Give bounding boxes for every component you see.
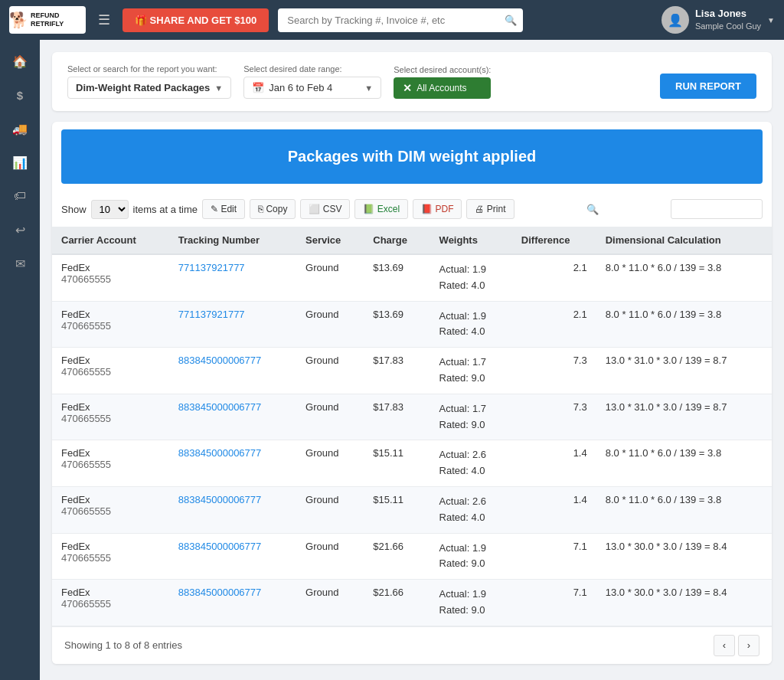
- table-footer: Showing 1 to 8 of 8 entries ‹ ›: [52, 626, 772, 664]
- col-header-charge: Charge: [364, 227, 430, 254]
- user-name: Lisa Jones: [695, 8, 761, 21]
- sidebar: 🏠 $ 🚚 📊 🏷 ↩ ✉: [0, 40, 40, 680]
- table-search-input[interactable]: [671, 199, 763, 219]
- cell-carrier: FedEx470665555: [52, 580, 169, 626]
- prev-page-button[interactable]: ‹: [714, 635, 735, 656]
- cell-dim-calc: 13.0 * 31.0 * 3.0 / 139 = 8.7: [596, 348, 772, 394]
- cell-charge: $17.83: [364, 394, 430, 440]
- report-filter-label: Select or search for the report you want…: [67, 64, 231, 74]
- next-page-button[interactable]: ›: [738, 635, 760, 656]
- calendar-icon: 📅: [252, 82, 264, 93]
- cell-service: Ground: [296, 394, 364, 440]
- cell-carrier: FedEx470665555: [52, 533, 169, 580]
- run-report-button[interactable]: RUN REPORT: [660, 74, 756, 99]
- table-row: FedEx470665555 883845000006777 Ground $1…: [52, 486, 772, 533]
- sidebar-item-tag[interactable]: 🏷: [6, 182, 34, 210]
- date-select[interactable]: 📅 Jan 6 to Feb 4 ▼: [243, 77, 381, 99]
- user-info: Lisa Jones Sample Cool Guy: [695, 8, 761, 31]
- tracking-link[interactable]: 883845000006777: [178, 541, 261, 552]
- tracking-link[interactable]: 883845000006777: [178, 447, 261, 459]
- cell-weights: Actual: 1.9Rated: 4.0: [430, 254, 512, 301]
- cell-difference: 7.3: [512, 394, 596, 440]
- cell-tracking: 771137921777: [169, 254, 296, 301]
- table-search-icon: 🔍: [586, 204, 599, 215]
- cell-tracking: 883845000006777: [169, 533, 296, 580]
- report-select[interactable]: Dim-Weight Rated Packages ▼: [67, 77, 231, 99]
- pdf-button[interactable]: 📕 PDF: [413, 199, 462, 219]
- cell-difference: 2.1: [512, 254, 596, 301]
- sidebar-item-return[interactable]: ↩: [6, 216, 34, 244]
- cell-tracking: 883845000006777: [169, 580, 296, 626]
- col-header-difference: Difference: [512, 227, 596, 254]
- tracking-link[interactable]: 883845000006777: [178, 401, 261, 413]
- sidebar-item-mail[interactable]: ✉: [6, 250, 34, 277]
- logo-box: 🐕 REFUND RETRIFLY: [9, 6, 86, 34]
- col-header-weights: Weights: [430, 227, 512, 254]
- print-button[interactable]: 🖨 Print: [466, 199, 514, 219]
- items-label: items at a time: [133, 204, 198, 215]
- cell-charge: $15.11: [364, 486, 430, 533]
- account-filter-group: Select desired account(s): ✕ All Account…: [394, 65, 491, 99]
- cell-charge: $21.66: [364, 533, 430, 580]
- edit-button[interactable]: ✎ Edit: [202, 199, 245, 219]
- cell-charge: $13.69: [364, 254, 430, 301]
- filter-card: Select or search for the report you want…: [52, 52, 772, 111]
- show-select[interactable]: 10 25 50: [91, 200, 129, 219]
- hamburger-button[interactable]: ☰: [95, 8, 113, 31]
- cell-carrier: FedEx470665555: [52, 394, 169, 440]
- tracking-link[interactable]: 883845000006777: [178, 587, 261, 598]
- share-button[interactable]: 🎁 SHARE AND GET $100: [122, 8, 269, 32]
- cell-carrier: FedEx470665555: [52, 301, 169, 348]
- date-dropdown-icon: ▼: [364, 83, 373, 93]
- cell-service: Ground: [296, 348, 364, 394]
- cell-tracking: 883845000006777: [169, 486, 296, 533]
- cell-dim-calc: 8.0 * 11.0 * 6.0 / 139 = 3.8: [596, 486, 772, 533]
- tracking-link[interactable]: 771137921777: [178, 262, 245, 273]
- col-header-tracking: Tracking Number: [169, 227, 296, 254]
- cell-difference: 2.1: [512, 301, 596, 348]
- cell-difference: 1.4: [512, 486, 596, 533]
- tracking-link[interactable]: 883845000006777: [178, 355, 261, 366]
- col-header-carrier: Carrier Account: [52, 227, 169, 254]
- cell-carrier: FedEx470665555: [52, 486, 169, 533]
- col-header-service: Service: [296, 227, 364, 254]
- cell-carrier: FedEx470665555: [52, 348, 169, 394]
- csv-button[interactable]: ⬜ CSV: [300, 199, 350, 219]
- chevron-down-icon[interactable]: ▼: [767, 16, 775, 25]
- tracking-link[interactable]: 771137921777: [178, 309, 245, 320]
- cell-difference: 7.1: [512, 580, 596, 626]
- logo-dog-icon: 🐕: [9, 11, 28, 29]
- account-badge[interactable]: ✕ All Accounts: [394, 77, 491, 99]
- table-row: FedEx470665555 771137921777 Ground $13.6…: [52, 254, 772, 301]
- col-header-dim: Dimensional Calculation: [596, 227, 772, 254]
- cell-weights: Actual: 1.9Rated: 9.0: [430, 580, 512, 626]
- content-area: Select or search for the report you want…: [40, 40, 784, 680]
- sidebar-item-truck[interactable]: 🚚: [6, 115, 34, 142]
- table-row: FedEx470665555 883845000006777 Ground $2…: [52, 580, 772, 626]
- showing-label: Showing 1 to 8 of 8 entries: [64, 639, 182, 651]
- cell-carrier: FedEx470665555: [52, 254, 169, 301]
- cell-weights: Actual: 1.9Rated: 9.0: [430, 533, 512, 580]
- cell-charge: $13.69: [364, 301, 430, 348]
- account-filter-label: Select desired account(s):: [394, 65, 491, 74]
- copy-button[interactable]: ⎘ Copy: [250, 199, 296, 219]
- search-icon: 🔍: [505, 15, 517, 26]
- cell-charge: $21.66: [364, 580, 430, 626]
- tracking-link[interactable]: 883845000006777: [178, 494, 261, 505]
- pagination-buttons: ‹ ›: [714, 635, 760, 656]
- cell-dim-calc: 13.0 * 31.0 * 3.0 / 139 = 8.7: [596, 394, 772, 440]
- sidebar-item-home[interactable]: 🏠: [6, 47, 34, 75]
- sidebar-item-chart[interactable]: 📊: [6, 149, 34, 176]
- cell-weights: Actual: 1.7Rated: 9.0: [430, 394, 512, 440]
- cell-weights: Actual: 2.6Rated: 4.0: [430, 440, 512, 487]
- cell-difference: 7.3: [512, 348, 596, 394]
- excel-button[interactable]: 📗 Excel: [354, 199, 408, 219]
- table-row: FedEx470665555 771137921777 Ground $13.6…: [52, 301, 772, 348]
- search-input[interactable]: [278, 8, 523, 32]
- cell-difference: 7.1: [512, 533, 596, 580]
- cell-service: Ground: [296, 533, 364, 580]
- table-header-row: Carrier Account Tracking Number Service …: [52, 227, 772, 254]
- sidebar-item-dollar[interactable]: $: [6, 81, 34, 109]
- table-row: FedEx470665555 883845000006777 Ground $1…: [52, 440, 772, 487]
- account-remove-icon[interactable]: ✕: [403, 82, 412, 94]
